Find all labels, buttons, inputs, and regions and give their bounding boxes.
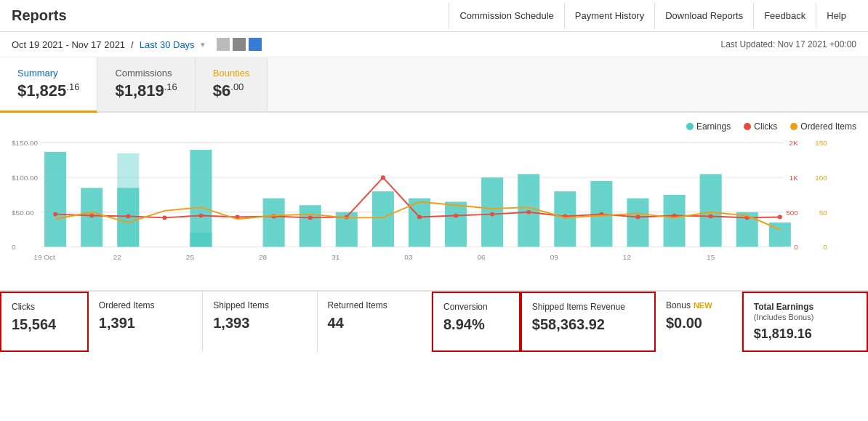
- tab-commissions-label: Commissions: [115, 68, 177, 79]
- stat-bonus: BonusNEW $0.00: [656, 292, 742, 352]
- svg-text:06: 06: [478, 253, 486, 261]
- svg-rect-27: [445, 202, 467, 247]
- svg-point-46: [381, 176, 385, 180]
- svg-rect-34: [700, 175, 722, 247]
- svg-point-55: [709, 214, 713, 219]
- legend-earnings: Earnings: [686, 121, 731, 132]
- stat-ordered-label: Ordered Items: [99, 300, 192, 310]
- svg-text:$100.00: $100.00: [12, 175, 39, 183]
- stat-revenue-value: $58,363.92: [532, 316, 644, 333]
- legend-ordered-label: Ordered Items: [800, 121, 856, 132]
- tab-summary[interactable]: Summary $1,825.16: [0, 57, 97, 113]
- svg-point-44: [308, 216, 313, 220]
- stats-row: Clicks 15,564 Ordered Items 1,391 Shippe…: [0, 290, 868, 352]
- badge-new: NEW: [694, 301, 712, 310]
- stat-shipped-label: Shipped Items: [213, 300, 306, 310]
- date-range-text: Oct 19 2021 - Nov 17 2021: [12, 39, 125, 50]
- svg-point-50: [526, 210, 531, 214]
- tab-bounties-label: Bounties: [213, 68, 250, 79]
- legend-earnings-label: Earnings: [696, 121, 731, 132]
- chart-legend: Earnings Clicks Ordered Items: [12, 121, 856, 132]
- nav-download-reports[interactable]: Download Reports: [654, 3, 753, 28]
- stat-returned-label: Returned Items: [328, 300, 421, 310]
- tab-summary-label: Summary: [17, 68, 79, 79]
- chart-container: Earnings Clicks Ordered Items $150.00 $1…: [0, 113, 868, 287]
- legend-ordered: Ordered Items: [790, 121, 856, 132]
- svg-text:31: 31: [331, 253, 339, 261]
- svg-point-37: [53, 212, 57, 217]
- svg-rect-18: [190, 150, 212, 246]
- svg-rect-19: [190, 233, 212, 247]
- svg-text:2K: 2K: [789, 140, 799, 148]
- svg-point-41: [198, 214, 203, 218]
- earnings-dot: [686, 123, 694, 130]
- stat-conversion-value: 8.94%: [443, 316, 509, 333]
- stat-clicks-label: Clicks: [12, 302, 77, 312]
- svg-text:$150.00: $150.00: [12, 140, 39, 148]
- svg-point-38: [89, 214, 94, 218]
- svg-text:1K: 1K: [789, 175, 799, 183]
- legend-clicks: Clicks: [744, 121, 777, 132]
- svg-text:150: 150: [815, 140, 827, 148]
- dropdown-icon[interactable]: ▾: [201, 40, 205, 49]
- color-box-blue[interactable]: [249, 38, 262, 51]
- top-nav: Reports Commission Schedule Payment Hist…: [0, 0, 868, 32]
- svg-rect-32: [627, 199, 648, 247]
- stat-bonus-label: BonusNEW: [666, 300, 731, 310]
- svg-text:0: 0: [823, 244, 827, 252]
- color-box-group: [217, 38, 262, 51]
- tab-bounties[interactable]: Bounties $6.00: [196, 57, 268, 111]
- svg-text:50: 50: [819, 209, 828, 217]
- stat-conversion: Conversion 8.94%: [432, 292, 521, 352]
- tab-commissions[interactable]: Commissions $1,819.16: [97, 57, 195, 111]
- date-range-section: Oct 19 2021 - Nov 17 2021 / Last 30 Days…: [12, 38, 262, 51]
- stat-ordered-value: 1,391: [99, 315, 192, 332]
- svg-rect-16: [44, 152, 66, 246]
- stat-clicks: Clicks 15,564: [0, 292, 89, 352]
- svg-rect-30: [554, 192, 576, 247]
- svg-point-49: [490, 212, 494, 217]
- svg-rect-33: [664, 195, 686, 246]
- nav-help[interactable]: Help: [816, 3, 856, 28]
- date-range-link[interactable]: Last 30 Days: [140, 39, 195, 50]
- stat-revenue: Shipped Items Revenue $58,363.92: [521, 292, 656, 352]
- stat-shipped: Shipped Items 1,393: [203, 292, 317, 352]
- svg-text:03: 03: [404, 253, 412, 261]
- svg-rect-23: [300, 206, 321, 247]
- stat-total-label: Total Earnings (Includes Bonus): [754, 302, 856, 322]
- stat-returned: Returned Items 44: [318, 292, 432, 352]
- color-box-gray2[interactable]: [233, 38, 246, 51]
- color-box-gray1[interactable]: [217, 38, 230, 51]
- svg-point-47: [417, 215, 422, 220]
- svg-text:500: 500: [786, 209, 798, 217]
- date-row: Oct 19 2021 - Nov 17 2021 / Last 30 Days…: [0, 32, 868, 57]
- stat-bonus-value: $0.00: [666, 315, 731, 332]
- svg-rect-20: [117, 153, 139, 247]
- svg-text:28: 28: [259, 253, 267, 261]
- svg-text:100: 100: [815, 175, 827, 183]
- chart-svg: $150.00 $100.00 $50.00 0 2K 1K 500 0 150…: [12, 136, 856, 281]
- svg-text:19 Oct: 19 Oct: [33, 253, 55, 261]
- tab-summary-amount: $1,825.16: [17, 81, 79, 100]
- nav-payment-history[interactable]: Payment History: [564, 3, 654, 28]
- nav-feedback[interactable]: Feedback: [753, 3, 816, 28]
- ordered-dot: [790, 123, 797, 130]
- svg-text:15: 15: [707, 253, 715, 261]
- date-separator: /: [131, 39, 134, 50]
- last-updated: Last Updated: Nov 17 2021 +00:00: [721, 39, 856, 49]
- svg-text:0: 0: [794, 244, 798, 252]
- legend-clicks-label: Clicks: [754, 121, 777, 132]
- stat-conversion-label: Conversion: [443, 302, 509, 312]
- nav-commission-schedule[interactable]: Commission Schedule: [449, 3, 563, 28]
- chart-area: $150.00 $100.00 $50.00 0 2K 1K 500 0 150…: [12, 136, 856, 281]
- svg-point-53: [635, 215, 640, 220]
- stat-clicks-value: 15,564: [12, 316, 77, 333]
- svg-point-57: [778, 215, 782, 220]
- svg-text:0: 0: [12, 244, 16, 252]
- tab-bounties-amount: $6.00: [213, 81, 250, 100]
- stat-revenue-label: Shipped Items Revenue: [532, 302, 644, 312]
- svg-text:22: 22: [113, 253, 121, 261]
- svg-rect-22: [263, 199, 285, 247]
- svg-point-39: [126, 214, 130, 219]
- summary-tabs: Summary $1,825.16 Commissions $1,819.16 …: [0, 57, 868, 113]
